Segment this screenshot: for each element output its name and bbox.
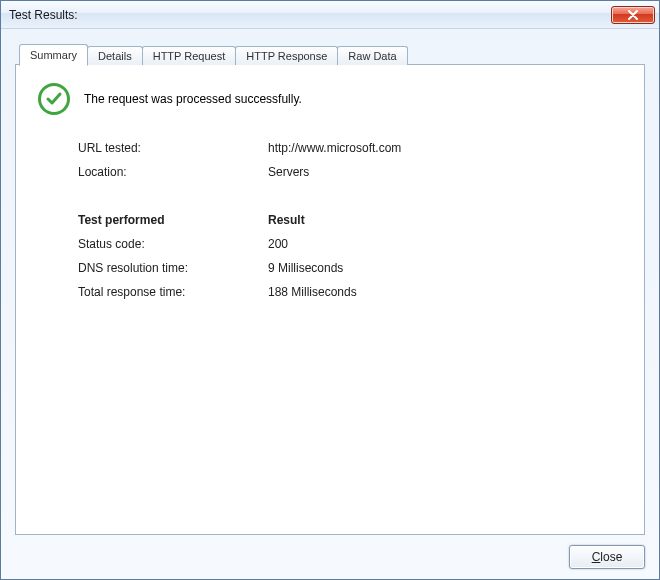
tab-http-response[interactable]: HTTP Response <box>235 46 338 65</box>
close-button[interactable]: Close <box>569 545 645 569</box>
total-response-value: 188 Milliseconds <box>268 285 622 299</box>
dns-resolution-value: 9 Milliseconds <box>268 261 622 275</box>
tab-strip: Summary Details HTTP Request HTTP Respon… <box>15 43 645 65</box>
status-code-value: 200 <box>268 237 622 251</box>
window-close-button[interactable] <box>611 6 655 24</box>
client-area: Summary Details HTTP Request HTTP Respon… <box>1 29 659 579</box>
status-code-label: Status code: <box>78 237 268 251</box>
tab-raw-data[interactable]: Raw Data <box>337 46 407 65</box>
dialog-footer: Close <box>15 535 645 569</box>
tab-summary[interactable]: Summary <box>19 44 88 66</box>
titlebar: Test Results: <box>1 1 659 29</box>
close-icon <box>627 10 639 20</box>
location-label: Location: <box>78 165 268 179</box>
dns-resolution-label: DNS resolution time: <box>78 261 268 275</box>
tab-details[interactable]: Details <box>87 46 143 65</box>
success-check-icon <box>38 83 70 115</box>
close-button-rest: lose <box>600 550 622 564</box>
total-response-label: Total response time: <box>78 285 268 299</box>
grid-spacer <box>78 189 622 203</box>
location-value: Servers <box>268 165 622 179</box>
tab-panel-summary: The request was processed successfully. … <box>15 64 645 535</box>
status-row: The request was processed successfully. <box>38 83 622 115</box>
url-tested-label: URL tested: <box>78 141 268 155</box>
results-grid: URL tested: http://www.microsoft.com Loc… <box>78 141 622 299</box>
window-title: Test Results: <box>9 8 611 22</box>
tab-http-request[interactable]: HTTP Request <box>142 46 237 65</box>
dialog-window: Test Results: Summary Details HTTP Reque… <box>0 0 660 580</box>
header-test-performed: Test performed <box>78 213 268 227</box>
url-tested-value: http://www.microsoft.com <box>268 141 622 155</box>
header-result: Result <box>268 213 622 227</box>
status-message: The request was processed successfully. <box>84 92 302 106</box>
